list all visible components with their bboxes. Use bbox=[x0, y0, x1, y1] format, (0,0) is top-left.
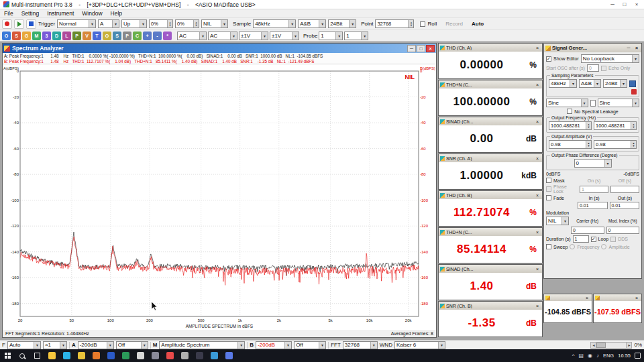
taskbar-app-mail[interactable] bbox=[221, 349, 236, 362]
loopback-select[interactable]: No Loopback▾ bbox=[581, 54, 639, 63]
amplitude-b-spinner[interactable]: 0.98▲▼ bbox=[594, 140, 637, 149]
taskbar-app-settings-app[interactable] bbox=[177, 349, 192, 362]
level-meter-titlebar[interactable]: × bbox=[544, 294, 592, 301]
close-icon[interactable]: × bbox=[534, 266, 541, 272]
spectrum-window-titlebar[interactable]: Spectrum Analyzer ─ □ × bbox=[3, 44, 436, 53]
network-icon[interactable]: ▤ bbox=[578, 353, 584, 359]
spinner-arrows[interactable]: ▲▼ bbox=[408, 20, 413, 27]
trigger-level-spinner[interactable]: 0%▲▼ bbox=[149, 19, 173, 28]
amplitude-a-spinner[interactable]: 0.98▲▼ bbox=[549, 140, 592, 149]
meter-titlebar[interactable]: SNR (Ch. B)× bbox=[439, 302, 542, 310]
close-icon[interactable]: × bbox=[631, 0, 643, 9]
taskbar-app-word[interactable] bbox=[103, 349, 118, 362]
range-a-select-bottom[interactable]: -200dB▾ bbox=[78, 341, 114, 349]
fade-checkbox[interactable] bbox=[546, 195, 551, 200]
meter-titlebar[interactable]: SINAD (Ch...× bbox=[439, 265, 542, 273]
bit-depth-select[interactable]: 24Bit▾ bbox=[328, 19, 356, 28]
close-icon[interactable]: × bbox=[534, 119, 541, 125]
zoom-select[interactable]: ×1▾ bbox=[43, 341, 67, 349]
spectrum-analyzer-icon[interactable]: S bbox=[12, 32, 21, 40]
tray-expand-icon[interactable]: ^ bbox=[572, 353, 575, 359]
open-icon[interactable]: O bbox=[103, 32, 111, 40]
sweep-frequency-radio[interactable] bbox=[570, 244, 575, 249]
close-icon[interactable]: × bbox=[633, 45, 640, 51]
sweep-checkbox[interactable] bbox=[546, 244, 551, 249]
carrier-field[interactable]: 0 bbox=[571, 227, 604, 234]
zoom-in-icon[interactable]: + bbox=[143, 32, 152, 40]
coupling-a-select[interactable]: AC▾ bbox=[177, 32, 207, 40]
channels-select[interactable]: A&B▾ bbox=[298, 19, 326, 28]
frequency-a-spinner[interactable]: 1000.488281▲▼ bbox=[549, 121, 592, 130]
vibrometer-icon[interactable]: V bbox=[83, 32, 91, 40]
oscilloscope-icon[interactable]: O bbox=[2, 32, 11, 40]
close-icon[interactable]: × bbox=[534, 192, 541, 198]
clock[interactable]: 16:55 bbox=[618, 353, 631, 359]
mask-checkbox[interactable] bbox=[546, 178, 551, 183]
probe-a-select[interactable]: 1▾ bbox=[319, 32, 343, 40]
no-spectral-leakage-checkbox[interactable] bbox=[567, 109, 572, 114]
trigger-hpf-select[interactable]: NIL▾ bbox=[201, 19, 228, 28]
waveform-link-button[interactable] bbox=[590, 100, 596, 107]
phase-select[interactable]: 0▾ bbox=[574, 159, 612, 168]
sg-rate-select[interactable]: 48kHz▾ bbox=[549, 79, 577, 88]
minimize-icon[interactable]: ─ bbox=[606, 0, 619, 9]
trigger-delay-spinner[interactable]: 0%▲▼ bbox=[175, 19, 199, 28]
roll-checkbox[interactable] bbox=[420, 21, 425, 27]
mod-index-field[interactable]: 0 bbox=[606, 227, 640, 234]
record-button[interactable]: Record bbox=[445, 21, 463, 27]
taskbar-app-edge-browser[interactable] bbox=[59, 349, 74, 362]
meter-titlebar[interactable]: THD+N (C...× bbox=[439, 80, 542, 88]
maximize-icon[interactable]: □ bbox=[619, 0, 631, 9]
taskbar-app-media-player[interactable] bbox=[162, 349, 177, 362]
data-logger-icon[interactable]: D bbox=[52, 32, 61, 40]
task-view-icon[interactable] bbox=[30, 349, 44, 362]
trigger-source-select[interactable]: A▾ bbox=[98, 19, 119, 28]
meter-titlebar[interactable]: THD (Ch. B)× bbox=[439, 191, 542, 199]
scrollbar-track[interactable] bbox=[596, 342, 626, 349]
copy-icon[interactable]: C bbox=[133, 32, 142, 40]
record-indicator-icon[interactable] bbox=[2, 19, 12, 29]
window-function-select[interactable]: Kaiser 6▾ bbox=[394, 341, 445, 349]
meter-titlebar[interactable]: THD+N (C...× bbox=[439, 228, 542, 236]
action-center-icon[interactable] bbox=[635, 353, 641, 359]
taskbar-app-terminal[interactable] bbox=[192, 349, 207, 362]
lcr-meter-icon[interactable]: L bbox=[62, 32, 71, 40]
sweep-amplitude-radio[interactable] bbox=[601, 244, 606, 249]
search-icon[interactable] bbox=[15, 349, 30, 362]
filter-b-select[interactable]: Off▾ bbox=[294, 341, 326, 349]
close-icon[interactable]: × bbox=[633, 295, 640, 301]
fft-size-select[interactable]: 32768▾ bbox=[343, 341, 378, 349]
trigger-mode-select[interactable]: Normal▾ bbox=[57, 19, 96, 28]
taskbar-app-chrome-browser[interactable] bbox=[74, 349, 89, 362]
app-titlebar[interactable]: Multi-Instrument Pro 3.8 - [+3DP+DLG+LCR… bbox=[0, 0, 644, 9]
run-icon[interactable] bbox=[14, 19, 24, 29]
close-icon[interactable]: × bbox=[534, 82, 541, 88]
fade-out-field[interactable]: 0.01 bbox=[610, 202, 640, 209]
show-editor-checkbox[interactable] bbox=[546, 56, 551, 62]
taskbar-app-code-editor[interactable] bbox=[207, 349, 221, 362]
minimize-icon[interactable]: ─ bbox=[625, 45, 632, 51]
stop-icon[interactable] bbox=[26, 19, 36, 29]
close-icon[interactable]: × bbox=[534, 303, 541, 309]
pan-scrollbar[interactable]: ◂ ▸ bbox=[590, 342, 632, 349]
phase-lock-field[interactable]: 1 bbox=[580, 186, 608, 193]
spinner-arrows[interactable]: ▲▼ bbox=[631, 122, 636, 129]
menu-window[interactable]: Window bbox=[78, 10, 106, 17]
mask-off-field[interactable] bbox=[610, 186, 639, 193]
range-b-select-bottom[interactable]: -200dB▾ bbox=[256, 341, 292, 349]
print-icon[interactable]: P bbox=[123, 32, 131, 40]
scrollbar-thumb[interactable] bbox=[596, 343, 606, 348]
range-a-select[interactable]: ±1V▾ bbox=[239, 32, 268, 40]
meter-titlebar[interactable]: SINAD (Ch...× bbox=[439, 117, 542, 125]
spinner-arrows[interactable]: ▲▼ bbox=[193, 20, 199, 27]
auto-button[interactable]: Auto bbox=[472, 21, 484, 27]
audio-app-icon[interactable]: ♪ bbox=[596, 353, 599, 359]
close-icon[interactable]: × bbox=[534, 229, 541, 235]
modulation-select[interactable]: NIL▾ bbox=[546, 217, 569, 225]
device-test-plan-icon[interactable]: T bbox=[93, 32, 101, 40]
spectrum-plot[interactable]: 00-20-20-40-40-60-60-80-80-100-100-120-1… bbox=[3, 64, 436, 330]
frequency-b-spinner[interactable]: 1000.488281▲▼ bbox=[594, 121, 637, 130]
meter-titlebar[interactable]: THD (Ch. A)× bbox=[439, 44, 542, 52]
phase-lock-checkbox[interactable] bbox=[546, 186, 551, 192]
meter-titlebar[interactable]: SNR (Ch. A)× bbox=[439, 154, 542, 162]
